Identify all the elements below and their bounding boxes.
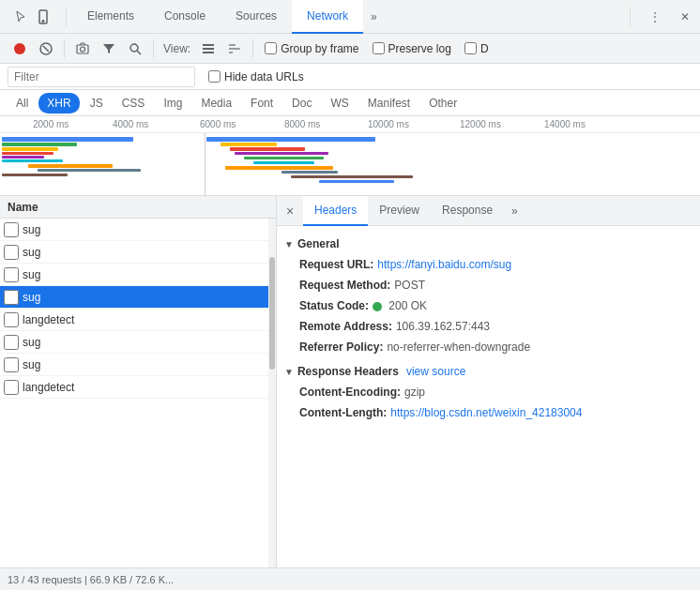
request-checkbox[interactable]: [4, 380, 19, 395]
svg-rect-9: [203, 44, 214, 46]
status-dot-icon: [373, 302, 382, 311]
type-tab-media[interactable]: Media: [192, 93, 240, 113]
remote-address-row: Remote Address: 106.39.162.57:443: [277, 316, 700, 337]
svg-rect-10: [203, 48, 214, 50]
hide-data-urls-checkbox[interactable]: [208, 70, 221, 83]
timeline-view-button[interactable]: [222, 37, 247, 61]
remote-address-val: 106.39.162.57:443: [396, 318, 490, 335]
toolbar-divider1: [64, 39, 65, 58]
close-details-button[interactable]: ×: [277, 198, 303, 224]
disable-cache-checkbox[interactable]: [464, 42, 477, 54]
tab-elements[interactable]: Elements: [72, 0, 149, 34]
preserve-log-label[interactable]: Preserve log: [373, 42, 451, 55]
request-row[interactable]: langdetect: [0, 309, 268, 331]
type-tab-doc[interactable]: Doc: [283, 93, 320, 113]
request-row[interactable]: langdetect: [0, 376, 268, 399]
tab-sources[interactable]: Sources: [221, 0, 292, 34]
type-tab-manifest[interactable]: Manifest: [359, 93, 418, 113]
request-checkbox[interactable]: [4, 335, 19, 350]
response-headers-section-header[interactable]: ▼ Response Headers view source: [277, 361, 700, 382]
type-tab-font[interactable]: Font: [242, 93, 282, 113]
type-tab-css[interactable]: CSS: [114, 93, 154, 113]
response-headers-label: Response Headers: [297, 365, 399, 378]
camera-button[interactable]: [70, 37, 95, 61]
type-tab-img[interactable]: Img: [155, 93, 190, 113]
svg-point-7: [130, 44, 138, 52]
content-length-val[interactable]: https://blog.csdn.net/weixin_42183004: [390, 404, 582, 421]
type-tab-all[interactable]: All: [8, 93, 37, 113]
type-tab-xhr[interactable]: XHR: [38, 93, 79, 113]
mobile-icon[interactable]: [34, 8, 53, 26]
bar13: [235, 152, 328, 155]
hide-data-urls-label[interactable]: Hide data URLs: [208, 70, 304, 83]
search-button[interactable]: [123, 37, 147, 61]
request-row-selected[interactable]: sug: [0, 286, 268, 309]
request-name: langdetect: [23, 313, 265, 326]
request-url-val[interactable]: https://fanyi.baidu.com/sug: [377, 256, 511, 273]
close-devtools-icon[interactable]: ✕: [674, 6, 696, 28]
timeline-area: 2000 ms 4000 ms 6000 ms 8000 ms 10000 ms…: [0, 116, 700, 196]
type-tab-ws[interactable]: WS: [322, 93, 357, 113]
request-checkbox[interactable]: [4, 312, 19, 327]
triangle-down-icon2: ▼: [284, 367, 294, 377]
request-checkbox[interactable]: [4, 267, 19, 282]
triangle-down-icon: ▼: [284, 239, 294, 250]
tab-network[interactable]: Network: [292, 0, 363, 34]
detail-tab-headers[interactable]: Headers: [303, 196, 368, 226]
type-tab-js[interactable]: JS: [82, 93, 112, 113]
request-name: langdetect: [23, 381, 265, 394]
bar1: [2, 137, 133, 142]
request-row[interactable]: sug: [0, 219, 268, 241]
tab-more[interactable]: »: [363, 10, 385, 23]
list-view-button[interactable]: [196, 37, 221, 61]
details-content[interactable]: ▼ General Request URL: https://fanyi.bai…: [277, 226, 700, 567]
detail-tab-more[interactable]: »: [504, 204, 525, 218]
request-url-row: Request URL: https://fanyi.baidu.com/sug: [277, 254, 700, 275]
divider2: [630, 8, 631, 26]
request-checkbox[interactable]: [4, 357, 19, 372]
group-by-frame-label[interactable]: Group by frame: [265, 42, 358, 55]
bar7: [28, 164, 113, 168]
general-section-label: General: [297, 237, 340, 250]
tab-console[interactable]: Console: [149, 0, 221, 34]
requests-list-wrapper: sug sug sug sug langdetect: [0, 219, 276, 567]
stop-button[interactable]: [34, 37, 58, 61]
preserve-log-checkbox[interactable]: [373, 42, 385, 54]
filter-button[interactable]: [97, 37, 121, 61]
tick-14000: 14000 ms: [544, 119, 586, 129]
timeline-ruler: 2000 ms 4000 ms 6000 ms 8000 ms 10000 ms…: [0, 116, 700, 133]
status-text: 13 / 43 requests | 66.9 KB / 72.6 K...: [8, 574, 174, 585]
type-tab-other[interactable]: Other: [420, 93, 465, 113]
disable-cache-label[interactable]: D: [464, 42, 489, 55]
request-checkbox[interactable]: [4, 290, 19, 305]
group-by-frame-checkbox[interactable]: [265, 42, 277, 54]
request-checkbox[interactable]: [4, 245, 19, 260]
more-vert-icon[interactable]: ⋮: [644, 6, 666, 28]
details-panel: × Headers Preview Response » ▼ General: [277, 196, 700, 567]
requests-scroll[interactable]: sug sug sug sug langdetect: [0, 219, 268, 567]
request-row[interactable]: sug: [0, 331, 268, 354]
tab-bar-end: ⋮ ✕: [624, 6, 696, 28]
bar6: [2, 159, 63, 162]
content-encoding-val: gzip: [404, 384, 425, 401]
svg-line-4: [43, 46, 49, 52]
remote-address-key: Remote Address:: [299, 318, 392, 335]
tab-bar: Elements Console Sources Network » ⋮ ✕: [0, 0, 700, 34]
content-encoding-row: Content-Encoding: gzip: [277, 382, 700, 402]
request-checkbox[interactable]: [4, 222, 19, 237]
request-row[interactable]: sug: [0, 354, 268, 376]
type-filter-tabs: All XHR JS CSS Img Media Font Doc WS Man…: [0, 90, 700, 116]
request-row[interactable]: sug: [0, 241, 268, 264]
scrollbar-track[interactable]: [268, 219, 276, 567]
view-source-link[interactable]: view source: [406, 365, 465, 378]
scrollbar-thumb[interactable]: [269, 257, 275, 370]
toolbar-divider2: [153, 39, 154, 58]
cursor-icon[interactable]: [11, 8, 30, 26]
request-row[interactable]: sug: [0, 264, 268, 286]
record-button[interactable]: [8, 37, 32, 61]
filter-input[interactable]: [8, 67, 195, 87]
general-section-header[interactable]: ▼ General: [277, 234, 700, 254]
detail-tab-preview[interactable]: Preview: [368, 196, 431, 226]
svg-point-2: [14, 43, 25, 54]
detail-tab-response[interactable]: Response: [431, 196, 504, 226]
